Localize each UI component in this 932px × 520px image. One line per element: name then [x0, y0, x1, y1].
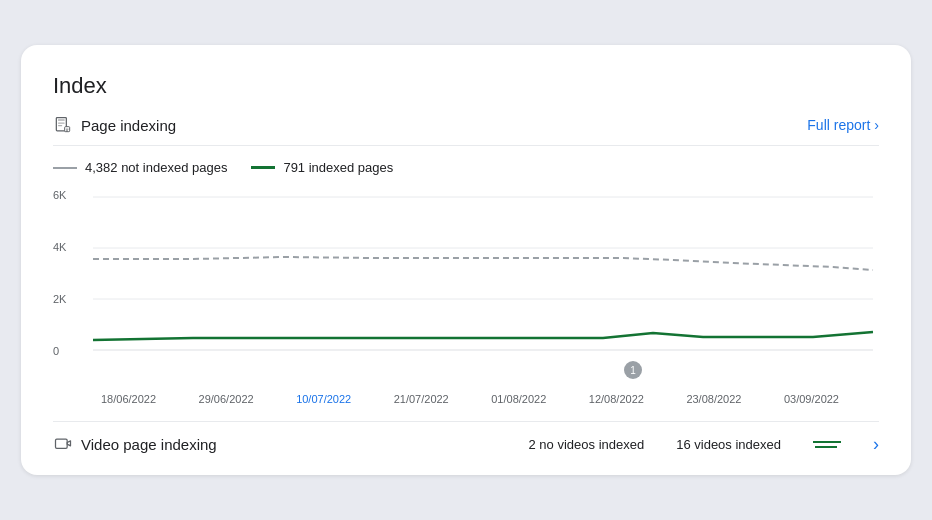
section-header-left: Page indexing	[53, 115, 176, 135]
x-label-0: 18/06/2022	[101, 393, 156, 405]
svg-rect-3	[58, 125, 62, 126]
card-title: Index	[53, 73, 879, 99]
svg-rect-1	[58, 119, 65, 121]
legend-indexed: 791 indexed pages	[251, 160, 393, 175]
chart-svg: 6K 4K 2K 0 1	[53, 185, 879, 385]
video-label: Video page indexing	[81, 436, 217, 453]
chart-area: 6K 4K 2K 0 1	[53, 185, 879, 385]
video-section: Video page indexing 2 no videos indexed …	[53, 434, 879, 455]
x-label-7: 03/09/2022	[784, 393, 839, 405]
section-header: Page indexing Full report ›	[53, 115, 879, 146]
svg-rect-2	[58, 123, 65, 124]
x-label-1: 29/06/2022	[199, 393, 254, 405]
video-section-left: Video page indexing	[53, 435, 217, 455]
legend-not-indexed: 4,382 not indexed pages	[53, 160, 227, 175]
svg-text:4K: 4K	[53, 241, 67, 253]
x-label-5: 12/08/2022	[589, 393, 644, 405]
chevron-right-icon: ›	[874, 117, 879, 133]
x-axis-labels: 18/06/2022 29/06/2022 10/07/2022 21/07/2…	[53, 393, 879, 405]
x-label-4: 01/08/2022	[491, 393, 546, 405]
x-label-6: 23/08/2022	[686, 393, 741, 405]
page-indexing-icon	[53, 115, 73, 135]
no-videos-stat: 2 no videos indexed	[529, 437, 645, 452]
x-label-3: 21/07/2022	[394, 393, 449, 405]
video-indexing-icon	[53, 435, 73, 455]
svg-text:6K: 6K	[53, 189, 67, 201]
legend-green-line	[251, 166, 275, 169]
x-label-2: 10/07/2022	[296, 393, 351, 405]
index-card: Index Page indexing Full report › 4	[21, 45, 911, 475]
section-label: Page indexing	[81, 117, 176, 134]
divider	[53, 421, 879, 422]
not-indexed-label: 4,382 not indexed pages	[85, 160, 227, 175]
legend: 4,382 not indexed pages 791 indexed page…	[53, 160, 879, 175]
video-full-report-chevron[interactable]: ›	[873, 434, 879, 455]
indexed-label: 791 indexed pages	[283, 160, 393, 175]
svg-text:0: 0	[53, 345, 59, 357]
svg-rect-15	[56, 439, 68, 448]
videos-stat: 16 videos indexed	[676, 437, 781, 452]
legend-gray-line	[53, 167, 77, 169]
svg-text:2K: 2K	[53, 293, 67, 305]
video-legend-lines	[813, 441, 841, 448]
video-stats: 2 no videos indexed 16 videos indexed ›	[529, 434, 879, 455]
full-report-link[interactable]: Full report ›	[807, 117, 879, 133]
svg-text:1: 1	[630, 365, 636, 376]
